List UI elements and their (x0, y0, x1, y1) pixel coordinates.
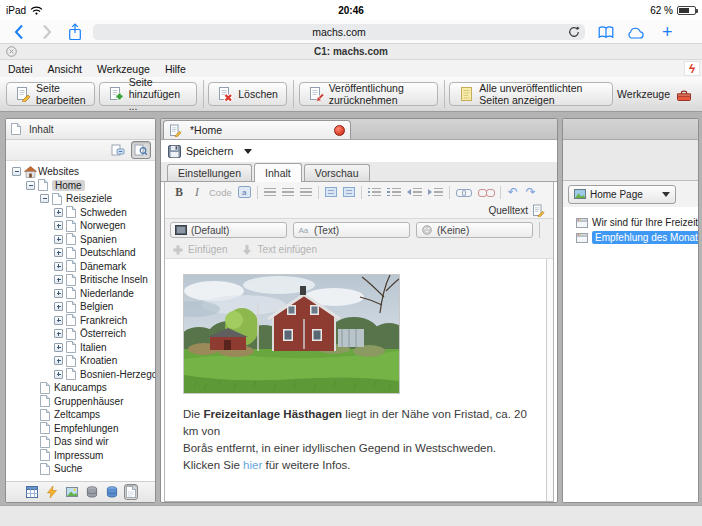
tree-item-bosnien-herzegowina[interactable]: Bosnien-Herzegowina (6, 368, 155, 382)
tools-button[interactable]: Werkzeuge (617, 87, 696, 102)
bold-button[interactable]: B (173, 185, 185, 199)
tree-toggle-reiseziele[interactable] (40, 194, 49, 203)
page-large-view-button[interactable] (124, 484, 138, 500)
block-style-left-button[interactable] (325, 187, 337, 197)
toolbar-button-alle-unveroffentlichten-seiten-anzeigen[interactable]: Alle unveröffentlichten Seiten anzeigen (449, 82, 613, 106)
document-tab-home[interactable]: *Home (163, 120, 351, 139)
save-button[interactable]: Speichern (186, 145, 233, 157)
menu-item-werkzeuge[interactable]: Werkzeuge (97, 63, 150, 75)
back-button[interactable] (14, 24, 24, 40)
insert-button-einfugen[interactable]: Einfügen (172, 244, 227, 256)
indent-button[interactable] (428, 185, 443, 199)
lightning-view-button[interactable] (44, 484, 60, 500)
share-button[interactable] (68, 23, 82, 41)
sidebar-item-wir-sind-fur-ihre-freizeit-da[interactable]: Wir sind für Ihre Freizeit da (563, 215, 698, 230)
sidebar-item-empfehlung-des-monats[interactable]: Empfehlung des Monats (563, 230, 698, 245)
tree-toggle-bosnien-herzegowina[interactable] (54, 370, 63, 379)
tree-toggle-deutschland[interactable] (54, 248, 63, 257)
italic-button[interactable]: I (191, 185, 203, 199)
toolbar-button-seite-bearbeiten[interactable]: Seite bearbeiten (6, 82, 95, 106)
tree-item-kanucamps[interactable]: Kanucamps (6, 381, 155, 395)
tree-item-frankreich[interactable]: Frankreich (6, 314, 155, 328)
inline-style-button[interactable]: a (238, 186, 251, 198)
tree-item-zeltcamps[interactable]: Zeltcamps (6, 408, 155, 422)
unsaved-status-icon[interactable] (334, 125, 345, 136)
tree-toggle-niederlande[interactable] (54, 289, 63, 298)
tree-item-empfehlungen[interactable]: Empfehlungen (6, 422, 155, 436)
collapse-all-button[interactable] (108, 141, 128, 159)
image-view-button[interactable] (64, 484, 80, 500)
tree-item-danemark[interactable]: Dänemark (6, 260, 155, 274)
tree-toggle-websites[interactable] (12, 167, 21, 176)
align-center-button[interactable] (282, 188, 294, 197)
insert-link-button[interactable] (456, 187, 472, 197)
source-button[interactable]: Quelltext (489, 205, 528, 216)
tree-item-niederlande[interactable]: Niederlande (6, 287, 155, 301)
source-edit-icon[interactable] (532, 204, 545, 217)
toolbar-button-seite-hinzufugen[interactable]: Seite hinzufügen ... (99, 82, 197, 106)
menu-item-hilfe[interactable]: Hilfe (165, 63, 186, 75)
template-button-text[interactable]: Aa(Text) (293, 222, 410, 238)
database-dark-view-button[interactable] (84, 484, 100, 500)
tree-item-italien[interactable]: Italien (6, 341, 155, 355)
reading-list-button[interactable] (598, 26, 614, 39)
tree-item-gruppenhauser[interactable]: Gruppenhäuser (6, 395, 155, 409)
tree-item-britische-inseln[interactable]: Britische Inseln (6, 273, 155, 287)
tree-toggle-frankreich[interactable] (54, 316, 63, 325)
toolbar-button-veroffentlichung-zurucknehmen[interactable]: Veröffentlichung zurücknehmen (299, 82, 438, 106)
save-menu-caret[interactable] (244, 149, 252, 154)
tab-inhalt[interactable]: Inhalt (254, 163, 302, 182)
undo-button[interactable]: ↶ (507, 185, 519, 199)
tree-item-deutschland[interactable]: Deutschland (6, 246, 155, 260)
tree-item-home[interactable]: Home (6, 179, 155, 193)
tree-item-norwegen[interactable]: Norwegen (6, 219, 155, 233)
tree-item-osterreich[interactable]: Österreich (6, 327, 155, 341)
redo-button[interactable]: ↷ (525, 185, 537, 199)
toolbar-button-loschen[interactable]: Löschen (208, 82, 287, 106)
tree-item-suche[interactable]: Suche (6, 462, 155, 476)
remove-link-button[interactable] (478, 187, 494, 197)
refresh-button[interactable] (568, 26, 580, 38)
tab-einstellungen[interactable]: Einstellungen (167, 164, 252, 181)
outdent-button[interactable] (407, 185, 422, 199)
grid-view-button[interactable] (24, 484, 40, 500)
icloud-tabs-button[interactable] (626, 27, 645, 39)
template-button-keine[interactable]: (Keine) (416, 222, 533, 238)
block-style-right-button[interactable] (343, 187, 355, 197)
tree-item-belgien[interactable]: Belgien (6, 300, 155, 314)
hier-link[interactable]: hier (243, 459, 262, 471)
page-area-dropdown[interactable]: Home Page (568, 185, 676, 204)
tree-toggle-britische-inseln[interactable] (54, 275, 63, 284)
numbered-list-button[interactable] (387, 185, 401, 199)
tree-toggle-spanien[interactable] (54, 235, 63, 244)
align-left-button[interactable] (264, 188, 276, 197)
tree-toggle-belgien[interactable] (54, 302, 63, 311)
align-right-button[interactable] (300, 188, 312, 197)
tree-item-spanien[interactable]: Spanien (6, 233, 155, 247)
code-button[interactable]: Code (209, 185, 232, 199)
tree-toggle-italien[interactable] (54, 343, 63, 352)
editor-content[interactable]: Die Freizeitanlage Hästhagen liegt in de… (165, 259, 553, 501)
forward-button[interactable] (42, 24, 52, 40)
template-button-default[interactable]: (Default) (170, 222, 287, 238)
tree-toggle-osterreich[interactable] (54, 329, 63, 338)
tree-toggle-norwegen[interactable] (54, 221, 63, 230)
tree-item-schweden[interactable]: Schweden (6, 206, 155, 220)
tree-toggle-kroatien[interactable] (54, 356, 63, 365)
tree-item-impressum[interactable]: Impressum (6, 449, 155, 463)
tree-toggle-schweden[interactable] (54, 208, 63, 217)
content-scrollbar[interactable] (546, 259, 553, 501)
tree-item-das-sind-wir[interactable]: Das sind wir (6, 435, 155, 449)
menu-item-datei[interactable]: Datei (8, 63, 33, 75)
insert-button-text-einfugen[interactable]: Text einfügen (241, 244, 317, 256)
locate-page-button[interactable] (131, 141, 151, 159)
database-blue-view-button[interactable] (104, 484, 120, 500)
menu-item-ansicht[interactable]: Ansicht (48, 63, 82, 75)
url-field[interactable]: machs.com (93, 24, 585, 40)
tree-item-kroatien[interactable]: Kroatien (6, 354, 155, 368)
bullet-list-button[interactable] (368, 185, 382, 199)
tree-toggle-danemark[interactable] (54, 262, 63, 271)
tree-toggle-home[interactable] (26, 181, 35, 190)
new-tab-button[interactable]: + (662, 20, 673, 44)
tab-vorschau[interactable]: Vorschau (304, 164, 370, 181)
